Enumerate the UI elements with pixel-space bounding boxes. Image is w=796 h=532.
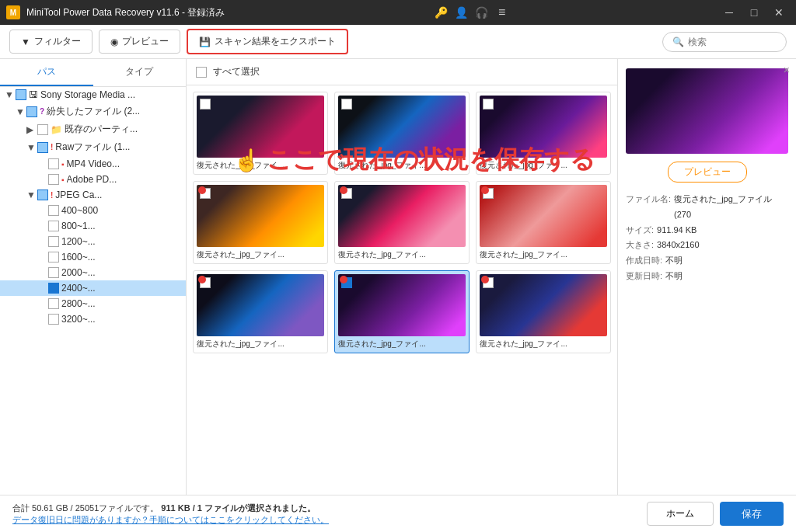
tab-path[interactable]: パス [0, 59, 93, 86]
tree-checkbox[interactable] [48, 174, 59, 185]
tree-item-1600[interactable]: ▶ 1600~... [0, 249, 186, 265]
grid-item[interactable]: 復元された_jpg_ファイ... [476, 92, 611, 175]
tree-checkbox[interactable] [48, 205, 59, 216]
expand-icon: ▼ [26, 142, 37, 153]
status-summary: 合計 50.61 GB / 25051ファイルです。 911 KB / 1 ファ… [12, 502, 329, 514]
tree-item-mp4[interactable]: ▶ ▪ MP4 Video... [0, 156, 186, 172]
home-button[interactable]: ホーム [647, 502, 714, 526]
tree-checkbox[interactable] [37, 142, 48, 153]
tree-item-label: 400~800 [61, 205, 181, 216]
app-icon: M [6, 5, 20, 19]
tree-checkbox[interactable] [48, 252, 59, 263]
tree-item-800[interactable]: ▶ 800~1... [0, 218, 186, 234]
tree-item-2400[interactable]: ▶ 2400~... [0, 280, 186, 296]
tree-checkbox[interactable] [26, 106, 37, 117]
warning-indicator [340, 276, 347, 283]
help-link[interactable]: データ復旧日に問題がありますか？手順についてはここをクリックしてください。 [12, 515, 329, 524]
grid-item-label: 復元された_jpg_ファイ... [197, 249, 324, 260]
created-value: 不明 [665, 253, 683, 269]
tree-item-label: 2800~... [61, 298, 181, 309]
tree-item-2800[interactable]: ▶ 2800~... [0, 296, 186, 311]
tree-item-label: 既存のパーティ... [65, 123, 181, 136]
export-icon: 💾 [199, 37, 211, 47]
warning-indicator [481, 276, 489, 283]
grid-item[interactable]: 復元された_jpg_ファイ... [476, 270, 611, 353]
search-box[interactable]: 🔍 [662, 32, 787, 52]
sidebar-tabs: パス タイプ [0, 59, 186, 87]
tree-item-lost[interactable]: ▼ ? 紛失したファイル (2... [0, 103, 186, 120]
grid-item[interactable]: 復元された_jpg_ファイ... [334, 181, 470, 264]
tree-item-jpeg[interactable]: ▼ ! JPEG Ca... [0, 187, 186, 203]
tree-checkbox[interactable] [37, 124, 48, 135]
preview-thumbnail [626, 68, 788, 154]
tree-item-label: 2000~... [61, 267, 181, 278]
tree-item-2000[interactable]: ▶ 2000~... [0, 265, 186, 280]
expand-icon: ▼ [16, 106, 26, 117]
tree-item-label: JPEG Ca... [55, 190, 181, 200]
menu-icon: ≡ [494, 5, 510, 20]
drive-icon: 🖫 [29, 89, 38, 100]
warning-indicator [340, 186, 347, 194]
preview-close-button[interactable]: × [784, 64, 790, 76]
tree-item-existing[interactable]: ▶ 📁 既存のパーティ... [0, 120, 186, 138]
tree-checkbox[interactable] [48, 158, 59, 169]
minimize-button[interactable]: ─ [718, 2, 740, 23]
dimensions-label: 大きさ: [626, 238, 654, 253]
tree-item-label: 1600~... [61, 252, 181, 263]
tree-item-400[interactable]: ▶ 400~800 [0, 203, 186, 218]
dimensions-value: 3840x2160 [657, 238, 699, 253]
tree-item-label: 2400~... [61, 283, 181, 294]
tab-type[interactable]: タイプ [93, 59, 187, 86]
grid-item[interactable]: 復元された_jpg_ファイ... [193, 92, 328, 175]
search-input[interactable] [688, 37, 781, 47]
status-bar: 合計 50.61 GB / 25051ファイルです。 911 KB / 1 ファ… [0, 495, 796, 532]
warning-indicator [198, 276, 206, 283]
preview-icon: ◉ [110, 37, 118, 47]
grid-checkbox[interactable] [341, 99, 352, 110]
grid-item[interactable]: 復元された_jpg_ファイ... [334, 270, 470, 353]
tree-checkbox[interactable] [48, 298, 59, 309]
tree-item-3200[interactable]: ▶ 3200~... [0, 311, 186, 327]
tree-item-drive[interactable]: ▼ 🖫 Sony Storage Media ... [0, 87, 186, 103]
tree-checkbox[interactable] [48, 267, 59, 278]
preview-button[interactable]: プレビュー [668, 162, 747, 183]
close-button[interactable]: ✕ [768, 2, 790, 23]
file-grid: 復元された_jpg_ファイ... 復元された_jpg_ファイ... 復元された_… [187, 85, 617, 495]
grid-item[interactable]: 復元された_jpg_ファイ... [334, 92, 470, 175]
grid-item[interactable]: 復元された_jpg_ファイ... [476, 181, 611, 264]
grid-item-label: 復元された_jpg_ファイ... [480, 249, 607, 260]
tree-checkbox[interactable] [48, 236, 59, 247]
tree-item-raw[interactable]: ▼ ! Rawファイル (1... [0, 138, 186, 156]
save-button[interactable]: 保存 [720, 502, 784, 526]
grid-item-label: 復元された_jpg_ファイ... [197, 160, 324, 171]
key-icon: 🔑 [434, 5, 449, 20]
tree-checkbox[interactable] [48, 283, 59, 294]
filter-button[interactable]: ▼ フィルター [9, 30, 93, 54]
export-button[interactable]: 💾 スキャン結果をエクスポート [187, 29, 348, 54]
file-icon: ▪ [61, 160, 65, 169]
tree-item-pdf[interactable]: ▶ ▪ Adobe PD... [0, 172, 186, 187]
grid-item[interactable]: 復元された_jpg_ファイ... [193, 270, 328, 353]
maximize-button[interactable]: □ [743, 2, 765, 23]
expand-icon: ▶ [26, 124, 37, 135]
modified-value: 不明 [665, 269, 683, 284]
tree-checkbox[interactable] [37, 190, 48, 200]
warning-icon: ! [51, 143, 53, 151]
select-all-checkbox[interactable] [196, 67, 207, 78]
preview-button[interactable]: ◉ プレビュー [99, 30, 180, 54]
grid-thumb [338, 185, 466, 247]
title-bar: M MiniTool Power Data Recovery v11.6 - 登… [0, 0, 796, 25]
grid-checkbox[interactable] [200, 99, 211, 110]
tree-checkbox[interactable] [48, 221, 59, 231]
grid-thumb [338, 274, 466, 336]
filename-label: ファイル名: [626, 192, 671, 223]
select-all-label: すべて選択 [213, 65, 260, 78]
size-label: サイズ: [626, 223, 654, 238]
content-area: すべて選択 復元された_jpg_ファイ... 復元された_jpg_ファイ... … [187, 59, 617, 495]
tree-checkbox[interactable] [16, 89, 26, 100]
grid-item[interactable]: 復元された_jpg_ファイ... [193, 181, 328, 264]
tree-checkbox[interactable] [48, 314, 59, 325]
filename-value: 復元された_jpg_ファイル(270 [674, 192, 788, 223]
tree-item-1200[interactable]: ▶ 1200~... [0, 234, 186, 249]
grid-checkbox[interactable] [483, 99, 494, 110]
